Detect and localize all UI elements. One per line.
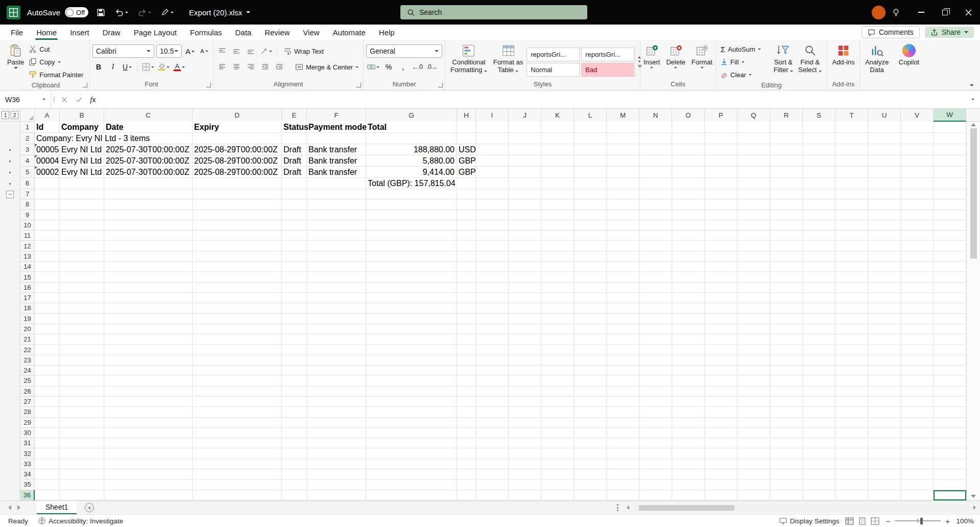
cell-M2[interactable] [607, 133, 639, 144]
cell-A20[interactable] [35, 324, 60, 334]
hscroll-thumb[interactable] [639, 505, 734, 511]
increase-font-size-button[interactable]: A [184, 45, 196, 57]
cell-M28[interactable] [607, 407, 639, 417]
cell-T24[interactable] [835, 365, 868, 376]
middle-align-button[interactable] [230, 45, 243, 57]
cell-F34[interactable] [307, 469, 366, 479]
cell-K18[interactable] [541, 303, 574, 313]
cell-A19[interactable] [35, 314, 60, 324]
cell-J27[interactable] [509, 397, 541, 407]
cell-D35[interactable] [193, 479, 282, 490]
cell-D6[interactable] [193, 178, 282, 189]
cell-T7[interactable] [835, 189, 868, 199]
cell-G13[interactable] [366, 251, 457, 262]
cell-C35[interactable] [104, 479, 193, 490]
cell-O16[interactable] [672, 283, 705, 293]
cell-style-1[interactable]: reportsGri... [527, 48, 580, 61]
cell-S26[interactable] [803, 386, 835, 397]
cell-W17[interactable] [934, 293, 966, 303]
cell-S11[interactable] [803, 231, 835, 241]
cell-H32[interactable] [457, 448, 476, 459]
cell-U33[interactable] [868, 459, 901, 469]
row-header-22[interactable]: 22 [20, 345, 35, 355]
row-header-30[interactable]: 30 [20, 428, 35, 438]
cell-H27[interactable] [457, 397, 476, 407]
cell-Q3[interactable] [737, 144, 770, 155]
cell-K21[interactable] [541, 334, 574, 345]
cell-F29[interactable] [307, 418, 366, 428]
cell-L21[interactable] [574, 334, 607, 345]
cell-B35[interactable] [60, 479, 104, 490]
cell-V36[interactable] [901, 490, 934, 500]
cell-L3[interactable] [574, 144, 607, 155]
cell-R35[interactable] [770, 479, 803, 490]
cell-B29[interactable] [60, 418, 104, 428]
cell-P3[interactable] [705, 144, 737, 155]
cell-H18[interactable] [457, 303, 476, 313]
cell-B22[interactable] [60, 345, 104, 355]
cell-E19[interactable] [282, 314, 307, 324]
cell-R23[interactable] [770, 355, 803, 365]
cell-O27[interactable] [672, 397, 705, 407]
cell-N29[interactable] [639, 418, 672, 428]
column-header-O[interactable]: O [672, 109, 705, 122]
cell-Q36[interactable] [737, 490, 770, 500]
cell-N21[interactable] [639, 334, 672, 345]
cell-F32[interactable] [307, 448, 366, 459]
cell-I36[interactable] [476, 490, 509, 500]
cell-P5[interactable] [705, 167, 737, 178]
cell-H7[interactable] [457, 189, 476, 199]
cell-G25[interactable] [366, 376, 457, 386]
cell-I15[interactable] [476, 272, 509, 282]
cell-G24[interactable] [366, 365, 457, 376]
cell-C29[interactable] [104, 418, 193, 428]
cell-Q5[interactable] [737, 167, 770, 178]
cell-F35[interactable] [307, 479, 366, 490]
cell-R32[interactable] [770, 448, 803, 459]
hscroll-right-icon[interactable] [973, 506, 976, 510]
cell-F36[interactable] [307, 490, 366, 500]
save-button[interactable] [95, 7, 107, 18]
display-settings-button[interactable]: Display Settings [779, 517, 840, 525]
menu-tab-formulas[interactable]: Formulas [183, 25, 229, 40]
cell-A12[interactable] [35, 241, 60, 251]
cell-C36[interactable] [104, 490, 193, 500]
cell-Q11[interactable] [737, 231, 770, 241]
cell-T31[interactable] [835, 438, 868, 448]
cell-U9[interactable] [868, 210, 901, 220]
cell-S18[interactable] [803, 303, 835, 313]
cell-G18[interactable] [366, 303, 457, 313]
cell-V8[interactable] [901, 199, 934, 210]
cell-R14[interactable] [770, 262, 803, 272]
cell-K15[interactable] [541, 272, 574, 282]
cell-I30[interactable] [476, 428, 509, 438]
row-header-24[interactable]: 24 [20, 365, 35, 376]
find-select-button[interactable]: Find &Select [796, 42, 824, 81]
cell-H12[interactable] [457, 241, 476, 251]
cell-H13[interactable] [457, 251, 476, 262]
cell-K6[interactable] [541, 178, 574, 189]
cell-I5[interactable] [476, 167, 509, 178]
cell-P1[interactable] [705, 122, 737, 133]
menu-tab-file[interactable]: File [4, 25, 30, 40]
cell-J9[interactable] [509, 210, 541, 220]
cell-H35[interactable] [457, 479, 476, 490]
cell-T16[interactable] [835, 283, 868, 293]
cell-M18[interactable] [607, 303, 639, 313]
row-header-17[interactable]: 17 [20, 293, 35, 303]
cell-R27[interactable] [770, 397, 803, 407]
cell-U27[interactable] [868, 397, 901, 407]
cell-R29[interactable] [770, 418, 803, 428]
menu-tab-insert[interactable]: Insert [63, 25, 96, 40]
column-header-D[interactable]: D [193, 109, 282, 122]
cell-V2[interactable] [901, 133, 934, 144]
cell-K24[interactable] [541, 365, 574, 376]
cell-J19[interactable] [509, 314, 541, 324]
cell-J7[interactable] [509, 189, 541, 199]
cell-L32[interactable] [574, 448, 607, 459]
cell-D11[interactable] [193, 231, 282, 241]
cell-R17[interactable] [770, 293, 803, 303]
comma-style-button[interactable]: , [397, 61, 409, 73]
cell-I3[interactable] [476, 144, 509, 155]
cell-R16[interactable] [770, 283, 803, 293]
